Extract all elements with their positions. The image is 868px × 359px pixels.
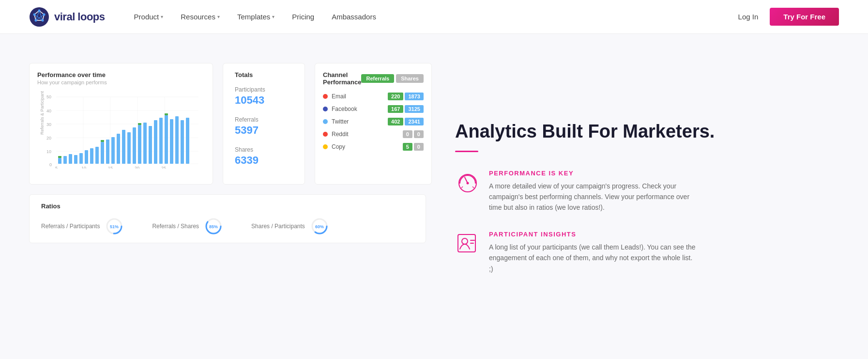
feature-insights: PARTICIPANT INSIGHTS A long list of your… xyxy=(455,231,839,274)
svg-text:40: 40 xyxy=(46,109,51,113)
nav-item-product[interactable]: Product ▾ xyxy=(134,13,164,21)
svg-rect-38 xyxy=(79,153,83,164)
svg-text:30: 30 xyxy=(46,122,51,127)
ratio-ref-participants: Referrals / Participants 51% xyxy=(41,218,123,235)
participant-icon xyxy=(455,231,480,256)
nav-item-ambassadors[interactable]: Ambassadors xyxy=(332,13,376,21)
hero-accent-line xyxy=(455,151,478,152)
totals-card: Totals Participants 10543 Referrals 5397… xyxy=(223,63,305,185)
svg-text:20: 20 xyxy=(46,136,51,140)
facebook-label: Facebook xyxy=(332,106,384,112)
svg-rect-36 xyxy=(69,154,72,164)
channel-row-copy: Copy 5 0 xyxy=(323,143,424,151)
svg-rect-39 xyxy=(85,150,88,164)
svg-rect-34 xyxy=(58,158,61,164)
dashboard-top: Performance over time How your campaign … xyxy=(29,63,426,185)
svg-text:50: 50 xyxy=(46,94,51,99)
login-button[interactable]: Log In xyxy=(738,13,759,21)
nav-item-pricing[interactable]: Pricing xyxy=(292,13,314,21)
svg-rect-54 xyxy=(165,115,168,164)
ratio-shares-participants: Shares / Participants 60% xyxy=(251,218,328,235)
svg-line-76 xyxy=(472,187,474,188)
svg-rect-52 xyxy=(154,120,157,164)
main-content: Performance over time How your campaign … xyxy=(0,34,868,359)
participants-value: 10543 xyxy=(235,94,293,107)
tab-shares[interactable]: Shares xyxy=(396,74,424,83)
shares-label: Shares xyxy=(235,146,293,153)
channel-row-email: Email 220 1873 xyxy=(323,93,424,100)
svg-rect-49 xyxy=(138,125,141,164)
svg-rect-58 xyxy=(186,118,189,164)
svg-text:25: 25 xyxy=(161,166,166,169)
svg-rect-41 xyxy=(95,147,99,164)
try-for-free-button[interactable]: Try For Free xyxy=(770,8,839,26)
svg-text:20: 20 xyxy=(135,166,139,169)
perf-card-subtitle: How your campaign performs xyxy=(37,79,205,85)
reddit-label: Reddit xyxy=(332,131,399,138)
svg-rect-44 xyxy=(111,137,115,164)
svg-rect-35 xyxy=(63,156,67,164)
total-participants: Participants 10543 xyxy=(235,86,293,107)
ratio-sp-circle: 60% xyxy=(311,218,328,235)
svg-text:10: 10 xyxy=(46,149,51,154)
referrals-label: Referrals xyxy=(235,116,293,123)
chevron-down-icon: ▾ xyxy=(217,14,220,19)
nav-item-resources[interactable]: Resources ▾ xyxy=(181,13,220,21)
svg-text:51%: 51% xyxy=(110,224,119,229)
svg-rect-61 xyxy=(138,123,141,125)
channel-tabs: Referrals Shares xyxy=(361,74,423,83)
svg-rect-59 xyxy=(58,156,61,158)
insights-icon-wrap xyxy=(455,231,480,256)
facebook-bars: 167 3125 xyxy=(388,105,424,113)
email-bar1: 220 xyxy=(388,93,403,100)
performance-heading: PERFORMANCE IS KEY xyxy=(489,170,697,177)
shares-value: 6339 xyxy=(235,154,293,167)
svg-rect-56 xyxy=(175,116,179,164)
twitter-bars: 402 2341 xyxy=(388,118,424,125)
participants-label: Participants xyxy=(235,86,293,93)
total-referrals: Referrals 5397 xyxy=(235,116,293,137)
logo-icon xyxy=(29,7,49,27)
insights-text: PARTICIPANT INSIGHTS A long list of your… xyxy=(489,231,697,274)
referrals-value: 5397 xyxy=(235,124,293,137)
ratio-rs-label: Referrals / Shares xyxy=(152,223,199,230)
facebook-dot xyxy=(323,107,328,111)
speedometer-icon xyxy=(455,170,480,195)
svg-text:10: 10 xyxy=(81,166,86,169)
svg-rect-42 xyxy=(101,142,104,164)
ratio-ref-shares: Referrals / Shares 85% xyxy=(152,218,222,235)
ratios-card: Ratios Referrals / Participants 51% Refe… xyxy=(29,194,426,243)
svg-rect-55 xyxy=(170,119,173,164)
svg-rect-51 xyxy=(149,126,152,164)
reddit-bars: 0 0 xyxy=(403,130,424,138)
reddit-dot xyxy=(323,132,328,137)
svg-text:15: 15 xyxy=(108,166,113,169)
channel-header: Channel Performance Referrals Shares xyxy=(323,71,424,86)
svg-rect-37 xyxy=(74,155,77,164)
perf-card-title: Performance over time xyxy=(37,71,205,78)
total-shares: Shares 6339 xyxy=(235,146,293,167)
copy-bars: 5 0 xyxy=(403,143,424,151)
nav-links: Product ▾ Resources ▾ Templates ▾ Pricin… xyxy=(134,13,738,21)
channel-performance-card: Channel Performance Referrals Shares Ema… xyxy=(315,63,432,185)
tab-referrals[interactable]: Referrals xyxy=(361,74,394,83)
svg-rect-60 xyxy=(101,140,104,142)
nav-item-templates[interactable]: Templates ▾ xyxy=(237,13,274,21)
logo[interactable]: viral loops xyxy=(29,7,105,27)
copy-dot xyxy=(323,144,328,149)
performance-desc: A more detailed view of your campaign's … xyxy=(489,181,697,213)
twitter-label: Twitter xyxy=(332,118,384,125)
svg-rect-50 xyxy=(143,123,147,164)
svg-rect-62 xyxy=(165,113,168,115)
svg-rect-48 xyxy=(133,127,136,164)
hero-title: Analytics Built For Marketers. xyxy=(455,121,839,143)
ratio-rs-circle: 85% xyxy=(205,218,222,235)
copy-bar1: 5 xyxy=(403,143,412,151)
feature-performance: PERFORMANCE IS KEY A more detailed view … xyxy=(455,170,839,213)
chevron-down-icon: ▾ xyxy=(272,14,274,19)
svg-text:0: 0 xyxy=(49,162,52,167)
svg-rect-57 xyxy=(181,120,184,164)
svg-rect-43 xyxy=(106,140,109,164)
totals-title: Totals xyxy=(235,71,293,78)
ratio-sp-label: Shares / Participants xyxy=(251,223,305,230)
